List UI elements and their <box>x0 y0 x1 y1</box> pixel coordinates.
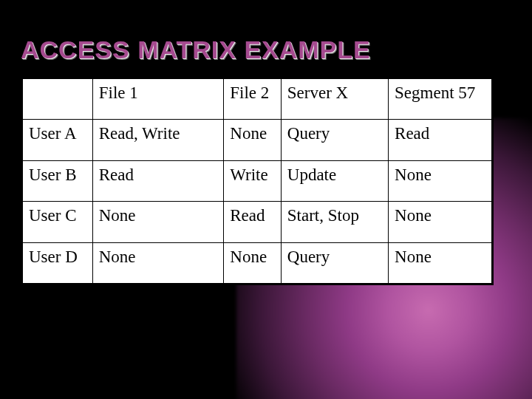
cell: Read <box>92 160 224 201</box>
cell: Query <box>281 120 388 160</box>
cell: Read <box>389 120 492 160</box>
slide-title: ACCESS MATRIX EXAMPLE <box>21 35 371 64</box>
row-header-user-d: User D <box>23 242 93 283</box>
cell: Query <box>281 242 388 283</box>
table-row: User D None None Query None <box>23 242 492 283</box>
col-header-file1: File 1 <box>92 79 224 120</box>
table-header-row: File 1 File 2 Server X Segment 57 <box>23 79 492 120</box>
col-header-file2: File 2 <box>224 79 281 120</box>
col-header-empty <box>23 79 93 120</box>
access-matrix: File 1 File 2 Server X Segment 57 User A… <box>21 77 494 285</box>
cell: None <box>389 242 492 283</box>
cell: None <box>389 160 492 201</box>
cell: None <box>224 242 281 283</box>
cell: None <box>92 242 224 283</box>
access-matrix-table: File 1 File 2 Server X Segment 57 User A… <box>22 78 492 284</box>
cell: Update <box>281 160 388 201</box>
cell: None <box>92 202 224 242</box>
row-header-user-c: User C <box>23 202 93 242</box>
cell: Read, Write <box>92 120 224 160</box>
row-header-user-a: User A <box>23 120 93 160</box>
cell: Write <box>224 160 281 201</box>
table-row: User C None Read Start, Stop None <box>23 202 492 242</box>
slide: ACCESS MATRIX EXAMPLE File 1 File 2 Serv… <box>0 0 532 399</box>
table-row: User A Read, Write None Query Read <box>23 120 492 160</box>
col-header-serverx: Server X <box>281 79 388 120</box>
row-header-user-b: User B <box>23 160 93 201</box>
cell: None <box>224 120 281 160</box>
cell: None <box>389 202 492 242</box>
cell: Start, Stop <box>281 202 388 242</box>
col-header-segment57: Segment 57 <box>389 79 492 120</box>
cell: Read <box>224 202 281 242</box>
table-row: User B Read Write Update None <box>23 160 492 201</box>
